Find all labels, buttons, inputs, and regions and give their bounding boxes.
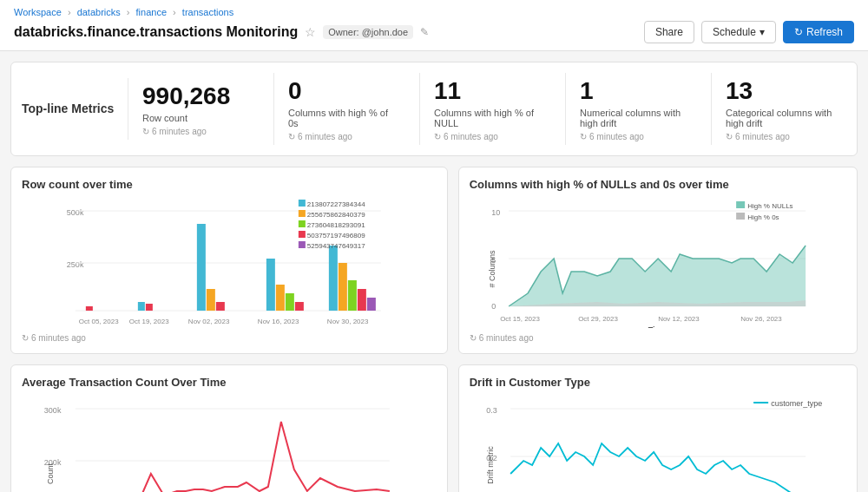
metric-time-high-null: ↻ 6 minutes ago	[434, 132, 541, 141]
svg-rect-6	[138, 302, 145, 311]
svg-text:Time: Time	[648, 325, 666, 328]
svg-text:500k: 500k	[67, 208, 84, 217]
star-icon[interactable]: ☆	[305, 25, 316, 39]
svg-text:Oct 15, 2023: Oct 15, 2023	[500, 315, 540, 323]
clock-icon-3: ↻	[434, 132, 441, 141]
svg-rect-11	[266, 259, 275, 311]
svg-rect-9	[207, 289, 215, 311]
svg-rect-15	[329, 246, 338, 311]
avg-transaction-chart-title: Average Transaction Count Over Time	[22, 376, 437, 389]
svg-text:Nov 26, 2023: Nov 26, 2023	[740, 315, 782, 323]
svg-text:Nov 02, 2023: Nov 02, 2023	[188, 318, 230, 325]
svg-text:300k: 300k	[44, 406, 62, 415]
refresh-button[interactable]: ↻ Refresh	[783, 21, 854, 43]
metric-numerical-drift: 1 Numerical columns with high drift ↻ 6 …	[565, 73, 700, 145]
row-count-chart-title: Row count over time	[22, 178, 437, 191]
svg-rect-10	[216, 302, 225, 311]
metrics-section-title: Top-line Metrics	[22, 102, 117, 115]
breadcrumb: Workspace › databricks › finance › trans…	[14, 7, 854, 17]
svg-text:Oct 19, 2023: Oct 19, 2023	[129, 318, 169, 325]
svg-rect-31	[299, 231, 306, 238]
bottom-charts-row: Average Transaction Count Over Time 300k…	[10, 364, 858, 492]
header: Workspace › databricks › finance › trans…	[0, 0, 868, 51]
svg-rect-33	[299, 241, 306, 248]
clock-icon-4: ↻	[580, 132, 587, 141]
dashboard: Top-line Metrics 990,268 Row count ↻ 6 m…	[0, 51, 868, 492]
clock-icon-6: ↻	[22, 333, 29, 343]
avg-transaction-chart-panel: Average Transaction Count Over Time 300k…	[10, 364, 448, 492]
svg-text:255675862840379: 255675862840379	[307, 211, 365, 219]
svg-text:Count: Count	[46, 462, 55, 484]
clock-icon-7: ↻	[470, 333, 477, 343]
metric-value-numerical-drift: 1	[580, 76, 687, 106]
svg-text:213807227384344: 213807227384344	[307, 200, 365, 208]
svg-rect-16	[339, 263, 347, 311]
svg-text:250k: 250k	[67, 260, 84, 269]
header-actions: Share Schedule ▾ ↻ Refresh	[644, 21, 854, 43]
row-count-chart-panel: Row count over time 500k 250k	[10, 167, 448, 354]
page-title: databricks.finance.transactions Monitori…	[14, 24, 298, 40]
metric-time-high-zeros: ↻ 6 minutes ago	[288, 132, 395, 141]
svg-text:Nov 30, 2023: Nov 30, 2023	[327, 318, 369, 325]
metric-high-null: 11 Columns with high % of NULL ↻ 6 minut…	[419, 73, 555, 145]
nulls-zeros-svg: 10 5 0 # Columns	[470, 198, 846, 328]
nulls-zeros-chart-area: 10 5 0 # Columns	[470, 198, 846, 328]
avg-transaction-svg: 300k 200k Count Oct 15, 2023	[22, 396, 437, 492]
share-button[interactable]: Share	[644, 21, 694, 43]
edit-icon[interactable]: ✎	[420, 26, 429, 38]
svg-rect-29	[299, 220, 306, 227]
svg-rect-50	[736, 213, 745, 220]
row-count-chart-time: ↻ 6 minutes ago	[22, 333, 437, 343]
svg-rect-19	[367, 298, 376, 311]
schedule-button[interactable]: Schedule ▾	[701, 21, 776, 43]
chevron-down-icon: ▾	[760, 26, 765, 38]
row-count-chart-area: 500k 250k	[22, 198, 437, 328]
metric-row-count: 990,268 Row count ↻ 6 minutes ago	[128, 78, 263, 140]
drift-customer-chart-area: 0.3 0.2 0.1 Drift metric Oct	[470, 396, 846, 492]
breadcrumb-databricks[interactable]: databricks	[77, 7, 121, 17]
metric-label-categorical-drift: Categorical columns with high drift	[726, 108, 832, 128]
svg-rect-25	[299, 200, 306, 207]
svg-rect-18	[358, 289, 366, 311]
row-count-svg: 500k 250k	[22, 198, 437, 328]
metric-value-high-zeros: 0	[288, 76, 395, 106]
clock-icon: ↻	[142, 127, 149, 136]
svg-rect-14	[295, 302, 304, 311]
svg-text:273604818293091: 273604818293091	[307, 221, 365, 229]
nulls-zeros-chart-time: ↻ 6 minutes ago	[470, 333, 846, 343]
svg-rect-12	[276, 285, 285, 311]
metric-label-row-count: Row count	[142, 113, 249, 123]
clock-icon-5: ↻	[726, 132, 733, 141]
svg-text:# Columns: # Columns	[488, 250, 496, 288]
metric-label-high-zeros: Columns with high % of 0s	[288, 108, 395, 128]
avg-transaction-chart-area: 300k 200k Count Oct 15, 2023	[22, 396, 437, 492]
nulls-zeros-chart-panel: Columns with high % of NULLs and 0s over…	[458, 167, 858, 354]
svg-rect-8	[197, 224, 206, 311]
svg-text:Nov 12, 2023: Nov 12, 2023	[658, 315, 700, 323]
metric-time-row-count: ↻ 6 minutes ago	[142, 127, 249, 136]
refresh-icon: ↻	[794, 26, 803, 38]
svg-text:High % NULLs: High % NULLs	[747, 202, 792, 210]
owner-badge: Owner: @john.doe	[323, 25, 413, 39]
svg-rect-7	[146, 304, 153, 311]
metric-time-numerical-drift: ↻ 6 minutes ago	[580, 132, 687, 141]
svg-rect-48	[736, 201, 745, 208]
metric-high-zeros: 0 Columns with high % of 0s ↻ 6 minutes …	[273, 73, 409, 145]
svg-text:0: 0	[491, 302, 496, 311]
breadcrumb-transactions[interactable]: transactions	[182, 7, 233, 17]
svg-rect-5	[86, 306, 93, 311]
nulls-zeros-chart-title: Columns with high % of NULLs and 0s over…	[470, 178, 846, 191]
svg-text:Oct 05, 2023: Oct 05, 2023	[79, 318, 119, 325]
metric-time-categorical-drift: ↻ 6 minutes ago	[726, 132, 832, 141]
svg-rect-13	[286, 293, 294, 311]
svg-text:Nov 16, 2023: Nov 16, 2023	[258, 318, 299, 325]
svg-text:High % 0s: High % 0s	[747, 213, 779, 221]
metric-value-categorical-drift: 13	[726, 76, 832, 106]
breadcrumb-workspace[interactable]: Workspace	[14, 7, 62, 17]
svg-text:Drift metric: Drift metric	[486, 445, 495, 483]
metric-label-numerical-drift: Numerical columns with high drift	[580, 108, 687, 128]
svg-text:503757197496809: 503757197496809	[307, 232, 365, 239]
breadcrumb-finance[interactable]: finance	[136, 7, 167, 17]
drift-customer-svg: 0.3 0.2 0.1 Drift metric Oct	[470, 396, 846, 492]
svg-text:525943747649317: 525943747649317	[307, 242, 365, 250]
